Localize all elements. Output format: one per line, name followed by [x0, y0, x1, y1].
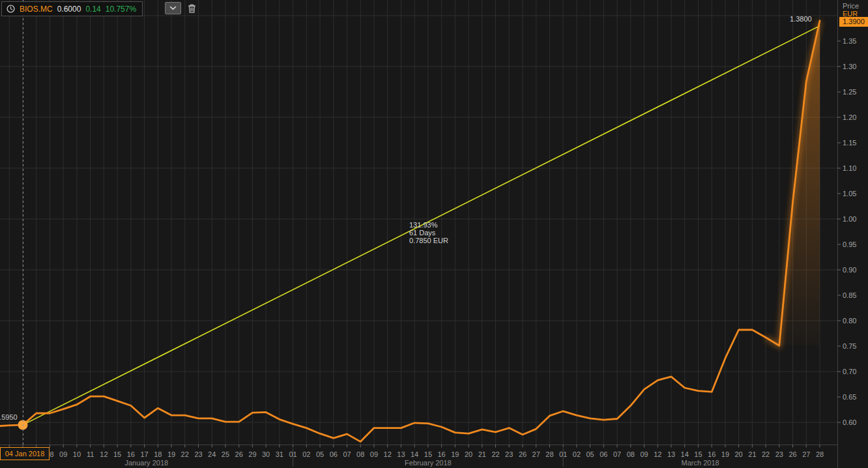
chart-window: 0405080910111215161718192223242526293031…: [0, 0, 868, 468]
last-price-label: 0.6000: [57, 5, 81, 14]
net-change-label: 0.14: [85, 5, 100, 14]
trash-icon: [187, 3, 197, 14]
instrument-legend[interactable]: BIOS.MC 0.6000 0.14 10.757%: [1, 1, 143, 16]
delete-chart-button[interactable]: [185, 1, 199, 15]
legend-dropdown-button[interactable]: [165, 2, 181, 14]
clock-icon: [7, 5, 15, 13]
trend-line[interactable]: [23, 26, 820, 425]
percent-change-label: 10.757%: [106, 5, 136, 14]
symbol-label: BIOS.MC: [20, 5, 53, 14]
chevron-down-icon: [169, 6, 177, 10]
price-chart-canvas[interactable]: [0, 0, 868, 468]
